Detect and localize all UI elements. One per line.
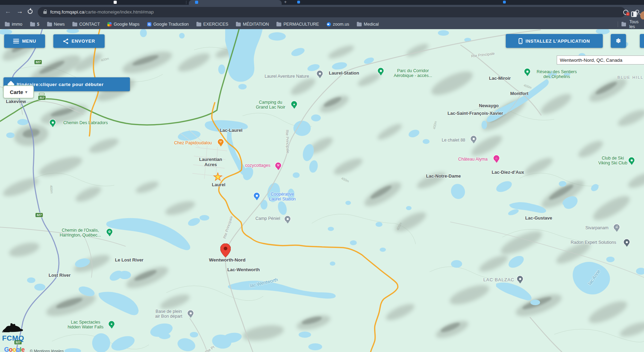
poi-pin-chez-papidoudalou[interactable]: Ψ [218,139,224,145]
reload-icon[interactable] [28,9,33,14]
hamburger-icon [13,38,19,45]
bookmarks-overflow[interactable]: Tous les [618,19,644,29]
bookmark--[interactable]: $ [30,22,39,27]
map-label-contour-6: 400m [49,185,54,194]
snowmobile-icon [2,322,24,333]
side-panel-icon[interactable] [631,11,637,17]
poi-pin-chemin-des-labradors[interactable] [50,120,56,126]
map-label-base-plein-air: Base de pleinair Bon départ [155,309,183,319]
poi-pin-reseau-sentiers[interactable] [524,69,530,75]
edge-partial-button[interactable] [640,34,644,48]
map-label-radon-expert-solutions: Radon Expert Solutions [571,240,616,245]
map-label-camping-grand-lac-noir: Camping duGrand Lac Noir [256,100,285,110]
browser-toolbar: ← → fcmq.fcmqapi.ca/carte-motoneige/inde… [0,5,644,19]
envoyer-button-label: ENVOYER [72,38,95,44]
bookmark-contact[interactable]: CONTACT [72,22,100,27]
route-shield-327: 327 [35,213,43,217]
poi-pin-chemin-oxalis[interactable]: ✿ [107,229,113,235]
poi-pin-camp-peniel[interactable] [285,216,291,222]
map-label-lakeview: Lakeview [6,99,26,104]
map-label-sivarpanam: Sivarpanam [585,225,609,230]
zoom-icon [327,22,331,26]
envoyer-button[interactable]: ENVOYER [53,34,105,48]
map-label-cozycottages: cozycottages [245,163,271,168]
bookmarks-divider [618,22,618,27]
star-marker[interactable]: ★ [213,171,223,183]
map-label-lac-saint-francois-xavier: Lac-Saint-François-Xavier [448,111,503,116]
bookmark-label: PERMACULTURE [283,22,319,27]
url-bar[interactable]: fcmq.fcmqapi.ca/carte-motoneige/index.ht… [38,7,626,17]
extension-badge: x [626,12,629,16]
fcmq-wordmark: FCMQ [2,334,24,342]
profile-avatar[interactable] [640,11,644,20]
folder-icon [5,23,10,26]
active-tab[interactable] [189,0,282,5]
map-label-lac-balzac: LAC BALZAC [483,277,514,283]
poi-pin-radon-expert-solutions[interactable] [624,239,630,245]
bookmarks-overflow-label: Tous les [629,19,644,29]
menu-button[interactable]: MENU [4,34,45,48]
poi-pin-parc-du-corridor[interactable] [378,68,384,74]
install-app-button[interactable]: INSTALLEZ L'APPLICATION [506,34,603,48]
bookmark-immo[interactable]: immo [5,22,23,27]
bookmark-google-traduction[interactable]: GGoogle Traduction [147,22,189,27]
map-label-lac-laurel: Lac-Laurel [220,128,242,133]
folder-icon [72,23,77,26]
folder-icon [276,23,281,26]
bookmark-zoom-us[interactable]: zoom.us [327,22,349,27]
poi-pin-base-plein-air[interactable] [188,310,194,316]
poi-pin-lac-spectacles[interactable]: ♠ [109,321,115,327]
map-canvas[interactable]: Laurel Aventure NatureLaurel-StationParc… [0,29,644,352]
map-type-label: Carte [10,89,23,95]
tab-favicon[interactable] [297,1,300,3]
map-type-dropdown[interactable]: Carte ▾ [3,85,34,98]
bookmark-news[interactable]: News [47,22,65,27]
poi-pin-cozycottages[interactable]: ⚒ [275,163,281,169]
bookmark-permaculture[interactable]: PERMACULTURE [276,22,319,27]
poi-pin-cooperative-laurel-station[interactable] [254,193,260,199]
chevron-down-icon: ▾ [25,90,27,94]
bookmark-medical[interactable]: Medical [357,22,379,27]
map-label-newaygo: Newaygo [479,103,499,109]
poi-pin-laurel-aventure-nature[interactable] [317,71,323,77]
red-location-marker[interactable] [220,243,231,257]
poi-pin-club-de-ski-viking[interactable] [629,157,635,163]
poi-pin-sivarpanam[interactable]: ॐ [614,224,620,230]
new-tab-button[interactable]: + [284,0,287,5]
bookmark-label: immo [12,22,23,27]
bookmark-exercices[interactable]: EXERCICES [196,22,228,27]
bookmark-label: CONTACT [79,22,100,27]
poi-pin-le-chalet-88[interactable] [471,136,477,142]
legal-attribution-link[interactable]: © Mentions légales [30,349,64,352]
map-label-chemin-des-labradors: Chemin Des Labradors [63,120,108,125]
map-label-laurel-aventure-nature: Laurel Aventure Nature [265,74,309,79]
inactive-tab-favicon[interactable] [114,1,117,4]
map-label-reseau-sentiers: Réseau des Sentiersdes Orphelins [537,69,577,79]
url-domain: fcmq.fcmqapi.ca [50,9,84,15]
snowflake-button[interactable]: ❄ [611,34,626,48]
tab-divider [186,1,186,4]
map-label-lac-gustave: Lac-Gustave [525,216,552,221]
share-icon [63,38,69,44]
search-input[interactable] [557,55,644,65]
map-label-rte-principale-c: Rte Principale [285,130,290,154]
bookmark-label: EXERCICES [203,22,228,27]
tab-favicon-right[interactable] [503,1,506,3]
back-icon[interactable]: ← [3,6,13,17]
map-label-club-de-ski-viking: Club de SkiViking Ski Club [598,156,627,166]
route-shield-327: 327 [34,60,42,65]
map-label-camp-peniel: Camp Péniel [255,216,280,221]
poi-pin-lac-balzac[interactable] [517,276,523,282]
extension-icon[interactable]: x [623,10,628,15]
poi-pin-chateau-alyma[interactable]: ⌂ [494,155,500,161]
poi-pin-camping-grand-lac-noir[interactable]: ▲ [291,101,297,107]
map-label-chez-papidoudalou: Chez Papidoudalou [174,140,212,145]
forward-icon[interactable]: → [15,6,25,17]
gmaps-icon [107,22,112,26]
bookmark-m-ditation[interactable]: MÉDITATION [236,22,269,27]
folder-icon [236,23,241,26]
snowflake-icon: ❄ [616,37,621,45]
bookmark-google-maps[interactable]: Google Maps [107,22,139,27]
bookmark-label: Google Maps [114,22,139,27]
menu-button-label: MENU [22,38,36,44]
